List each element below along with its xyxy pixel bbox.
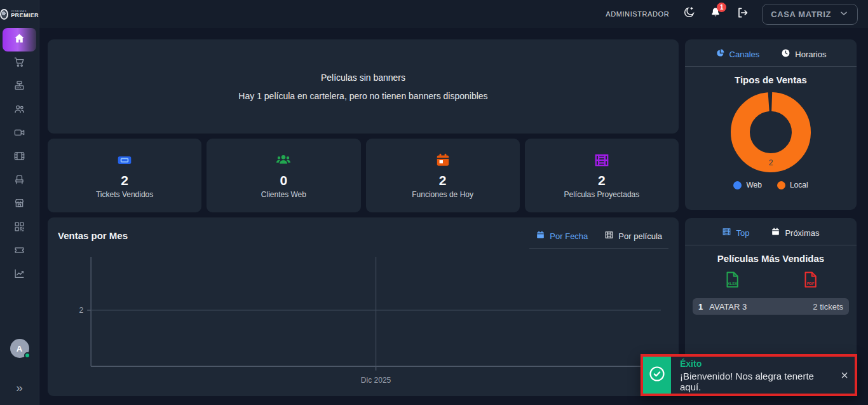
sidebar-item-reports[interactable] <box>3 263 36 287</box>
export-pdf-button[interactable]: PDF <box>801 270 820 292</box>
donut-chart-title: Tipos de Ventas <box>735 74 807 85</box>
brand-logo: CINEMAS PREMIER <box>0 0 39 28</box>
stats-row: 2 Tickets Vendidos 0 Clientes Web 2 Func… <box>48 139 679 212</box>
sidebar-item-seats[interactable] <box>3 169 36 193</box>
toast-accent-bar <box>643 357 671 394</box>
no-banners-alert-card: Películas sin banners Hay 1 película en … <box>48 39 679 134</box>
sales-types-donut-chart: 2 <box>726 88 815 179</box>
sidebar-item-home[interactable] <box>3 28 36 51</box>
web-legend-dot <box>733 181 742 189</box>
stat-card-web-clients: 0 Clientes Web <box>207 139 360 212</box>
stat-value: 2 <box>439 173 447 188</box>
logout-icon <box>736 6 749 22</box>
stat-card-tickets: 2 Tickets Vendidos <box>48 139 201 212</box>
stat-value: 0 <box>280 173 288 188</box>
video-camera-icon <box>13 127 25 141</box>
tab-horarios[interactable]: Horarios <box>781 48 826 60</box>
topbar: ADMINISTRADOR 1 CASA MATRIZ <box>39 0 868 28</box>
sales-types-card: Canales Horarios Tipos de Ventas 2 <box>685 39 857 210</box>
tab-por-pelicula[interactable]: Por película <box>604 230 662 242</box>
ticket-icon <box>115 152 134 171</box>
chevron-down-icon <box>839 8 849 20</box>
check-circle-icon <box>648 365 666 385</box>
calendar-icon <box>771 227 780 238</box>
sales-line-chart: 2 Dic 2025 <box>58 249 668 391</box>
alert-subtitle: Hay 1 película en cartelera, pero no tie… <box>238 91 487 101</box>
sidebar-expand-button[interactable]: » <box>16 381 23 395</box>
sidebar-item-qr[interactable] <box>3 216 36 240</box>
users-icon <box>13 103 25 118</box>
export-xlsx-button[interactable]: XLSX <box>722 270 742 292</box>
store-icon <box>13 197 25 212</box>
y-axis-tick: 2 <box>79 306 83 315</box>
tab-label: Por Fecha <box>550 231 588 241</box>
double-chevron-right-icon: » <box>16 381 23 394</box>
theme-toggle-button[interactable] <box>682 7 696 21</box>
toast-message: ¡Bienvenido! Nos alegra tenerte aquí. <box>680 371 836 392</box>
film-strip-icon <box>592 152 611 171</box>
calendar-icon <box>433 152 452 171</box>
donut-legend: Web Local <box>733 181 808 189</box>
channels-tab-group: Canales Horarios <box>685 46 857 67</box>
tab-proximas[interactable]: Próximas <box>771 227 819 238</box>
branch-selector[interactable]: CASA MATRIZ <box>762 4 858 25</box>
ticket-icon <box>13 244 25 259</box>
calendar-icon <box>536 230 545 242</box>
sidebar: CINEMAS PREMIER <box>0 0 39 405</box>
branch-selector-label: CASA MATRIZ <box>771 10 831 19</box>
stat-card-movies: 2 Películas Proyectadas <box>525 139 679 212</box>
sidebar-item-store[interactable] <box>3 193 36 216</box>
stat-label: Tickets Vendidos <box>96 190 153 199</box>
stat-label: Funciones de Hoy <box>412 190 473 199</box>
stat-value: 2 <box>121 173 128 188</box>
users-icon <box>274 152 293 171</box>
toast-close-button[interactable]: × <box>841 369 855 381</box>
brand-logo-icon <box>0 9 8 20</box>
notifications-button[interactable]: 1 <box>709 7 722 21</box>
cash-register-icon <box>13 79 25 94</box>
local-legend-dot <box>777 181 785 189</box>
sidebar-item-movies[interactable] <box>3 146 36 169</box>
logout-button[interactable] <box>735 7 749 21</box>
toast-title: Éxito <box>680 359 836 369</box>
legend-item-local: Local <box>777 181 808 189</box>
cart-icon <box>13 56 25 71</box>
pie-chart-icon <box>715 48 725 60</box>
sidebar-item-trailers[interactable] <box>3 122 36 146</box>
tab-canales[interactable]: Canales <box>715 48 760 60</box>
tab-label: Próximas <box>785 228 819 238</box>
stat-card-functions: 2 Funciones de Hoy <box>366 139 520 212</box>
x-axis-tick: Dic 2025 <box>361 376 391 385</box>
brand-name: PREMIER <box>11 13 39 18</box>
top-movies-title: Películas Más Vendidas <box>717 253 824 264</box>
stat-value: 2 <box>598 173 606 188</box>
sales-by-month-card: Ventas por Mes Por Fecha Por película <box>48 217 679 396</box>
stat-label: Películas Proyectadas <box>564 190 640 199</box>
home-icon <box>13 32 25 47</box>
pdf-label: PDF <box>806 282 814 285</box>
film-icon <box>604 230 614 242</box>
online-status-dot <box>24 352 31 359</box>
avatar-initial: A <box>17 344 22 354</box>
sidebar-item-clients[interactable] <box>3 99 36 122</box>
tab-label: Top <box>736 228 749 238</box>
success-toast: Éxito ¡Bienvenido! Nos alegra tenerte aq… <box>641 354 857 396</box>
sidebar-item-tickets[interactable] <box>3 240 36 263</box>
sidebar-item-register[interactable] <box>3 75 36 99</box>
donut-value-label: 2 <box>769 158 773 167</box>
sidebar-item-sales[interactable] <box>3 51 36 75</box>
chart-tab-group: Por Fecha Por película <box>529 226 668 249</box>
top-tab-group: Top Próximas <box>685 224 857 245</box>
tab-por-fecha[interactable]: Por Fecha <box>536 230 588 242</box>
movie-title: AVATAR 3 <box>709 302 747 312</box>
sidebar-nav <box>0 28 39 287</box>
legend-item-web: Web <box>733 181 761 189</box>
user-avatar[interactable]: A <box>10 339 29 358</box>
user-role-label: ADMINISTRADOR <box>606 10 669 18</box>
moon-icon <box>682 6 695 22</box>
stat-label: Clientes Web <box>261 190 306 199</box>
top-movie-row: 1 AVATAR 3 2 tickets <box>693 298 849 315</box>
export-buttons: XLSX PDF <box>693 270 849 292</box>
tab-top[interactable]: Top <box>722 227 749 238</box>
chart-icon <box>13 268 25 282</box>
